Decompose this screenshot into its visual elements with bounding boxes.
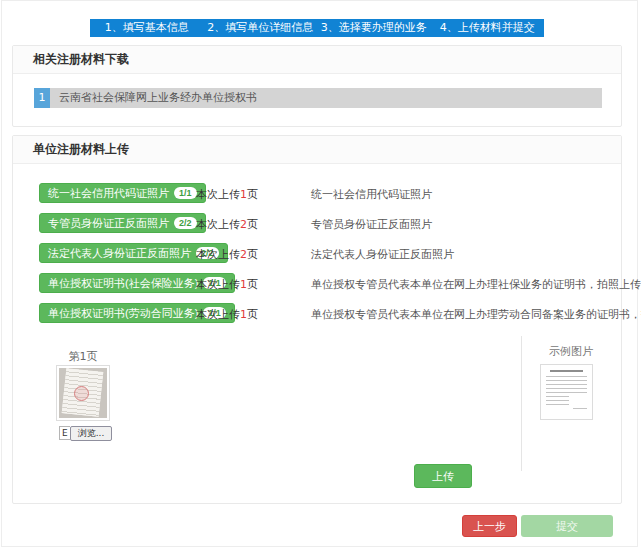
- material-row-credit-code: 统一社会信用代码证照片 1/1 本次上传1页 统一社会信用代码证照片: [13, 180, 621, 210]
- count-suffix: 页: [247, 218, 258, 231]
- count-number: 2: [240, 248, 247, 261]
- download-item[interactable]: 1 云南省社会保障网上业务经办单位授权书: [34, 88, 602, 108]
- material-button-label: 单位授权证明书(劳动合同业务): [48, 306, 198, 321]
- upload-button[interactable]: 上传: [414, 464, 472, 488]
- count-suffix: 页: [247, 308, 258, 321]
- count-prefix: 本次上传: [196, 188, 240, 201]
- upload-materials-panel: 单位注册材料上传 统一社会信用代码证照片 1/1 本次上传1页 统一社会信用代码…: [12, 135, 622, 504]
- example-doc-title-line: [550, 370, 583, 372]
- upload-count-text: 本次上传1页: [196, 187, 258, 202]
- material-button-manager-id[interactable]: 专管员身份证正反面照片 2/2: [39, 213, 206, 233]
- count-number: 1: [240, 308, 247, 321]
- upload-count-text: 本次上传1页: [196, 277, 258, 292]
- download-item-number-badge: 1: [34, 88, 50, 108]
- uploaded-photo-thumbnail: [59, 368, 107, 418]
- upload-count-text: 本次上传2页: [196, 247, 258, 262]
- upload-materials-list: 统一社会信用代码证照片 1/1 本次上传1页 统一社会信用代码证照片 专管员身份…: [13, 180, 621, 330]
- step-2-unit-details[interactable]: 2、填写单位详细信息: [204, 19, 318, 37]
- count-suffix: 页: [247, 248, 258, 261]
- file-input[interactable]: E 浏览...: [59, 426, 112, 440]
- material-row-auth-social-insurance: 单位授权证明书(社会保险业务) 1/1 本次上传1页 单位授权专管员代表本单位在…: [13, 270, 621, 300]
- preview-page-label: 第1页: [56, 349, 110, 364]
- step-3-select-business[interactable]: 3、选择要办理的业务: [317, 19, 431, 37]
- count-number: 1: [240, 278, 247, 291]
- count-number: 1: [240, 188, 247, 201]
- count-suffix: 页: [247, 188, 258, 201]
- count-prefix: 本次上传: [196, 278, 240, 291]
- upload-panel-title: 单位注册材料上传: [13, 136, 621, 164]
- material-count-badge: 1/1: [174, 187, 197, 199]
- count-suffix: 页: [247, 278, 258, 291]
- material-row-auth-labor-contract: 单位授权证明书(劳动合同业务) 1/1 本次上传1页 单位授权专管员代表本单位在…: [13, 300, 621, 330]
- count-prefix: 本次上传: [196, 248, 240, 261]
- uploaded-photo-frame: [56, 365, 110, 421]
- download-item-label: 云南省社会保障网上业务经办单位授权书: [50, 88, 257, 108]
- count-number: 2: [240, 218, 247, 231]
- step-4-upload-submit[interactable]: 4、上传材料并提交: [431, 19, 545, 37]
- upload-count-text: 本次上传2页: [196, 217, 258, 232]
- material-row-manager-id: 专管员身份证正反面照片 2/2 本次上传2页 专管员身份证正反面照片: [13, 210, 621, 240]
- download-panel-title: 相关注册材料下载: [13, 46, 621, 74]
- download-materials-panel: 相关注册材料下载 1 云南省社会保障网上业务经办单位授权书: [12, 45, 622, 127]
- material-button-label: 统一社会信用代码证照片: [48, 186, 169, 201]
- material-button-label: 单位授权证明书(社会保险业务): [48, 276, 198, 291]
- count-prefix: 本次上传: [196, 218, 240, 231]
- submit-button[interactable]: 提交: [521, 515, 613, 537]
- step-wizard-bar: 1、填写基本信息 2、填写单位详细信息 3、选择要办理的业务 4、上传材料并提交: [90, 19, 544, 37]
- previous-step-button[interactable]: 上一步: [462, 515, 517, 537]
- material-description: 统一社会信用代码证照片: [311, 187, 432, 202]
- material-description: 单位授权专管员代表本单位在网上办理社保业务的证明书，拍照上传: [311, 277, 641, 292]
- material-description: 单位授权专管员代表本单位在网上办理劳动合同备案业务的证明书，拍照上传: [311, 307, 641, 322]
- count-prefix: 本次上传: [196, 308, 240, 321]
- file-input-value: E: [59, 426, 70, 440]
- browse-button[interactable]: 浏览...: [70, 426, 113, 441]
- material-button-label: 专管员身份证正反面照片: [48, 216, 169, 231]
- material-description: 法定代表人身份证正反面照片: [311, 247, 454, 262]
- upload-count-text: 本次上传1页: [196, 307, 258, 322]
- material-row-legal-rep-id: 法定代表人身份证正反面照片 2/2 本次上传2页 法定代表人身份证正反面照片: [13, 240, 621, 270]
- material-button-credit-code[interactable]: 统一社会信用代码证照片 1/1: [39, 183, 206, 203]
- example-document-image: [540, 364, 593, 420]
- red-stamp-mark: [74, 386, 89, 401]
- example-image-label: 示例图片: [521, 344, 621, 359]
- material-count-badge: 2/2: [174, 217, 197, 229]
- material-button-label: 法定代表人身份证正反面照片: [48, 246, 191, 261]
- step-1-basic-info[interactable]: 1、填写基本信息: [90, 19, 204, 37]
- material-description: 专管员身份证正反面照片: [311, 217, 432, 232]
